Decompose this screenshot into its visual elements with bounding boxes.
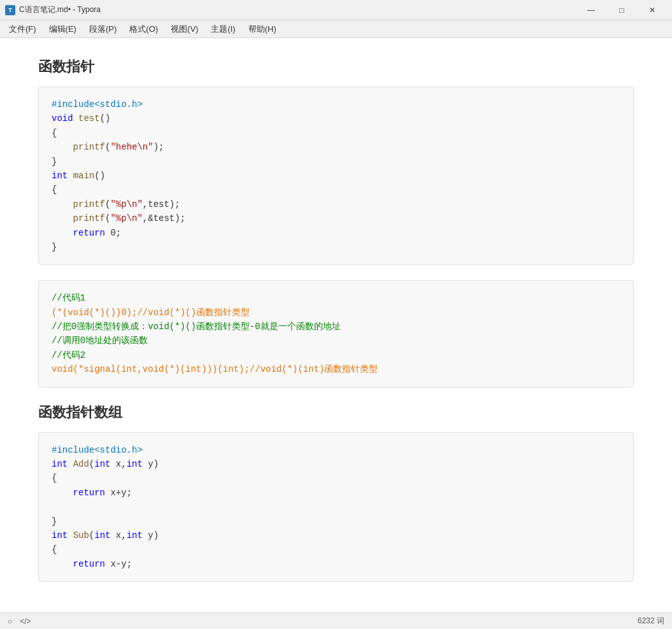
app-icon: T <box>5 5 15 15</box>
heading-function-pointer: 函数指针 <box>38 57 634 76</box>
spell-check-icon[interactable]: ○ <box>8 617 12 626</box>
content-area[interactable]: 函数指针 #include<stdio.h> void test() { pri… <box>0 38 672 612</box>
heading-function-pointer-array: 函数指针数组 <box>38 403 634 422</box>
code-block-2: //代码1 (*(void(*)())0);//void(*)()函数指针类型 … <box>38 280 634 387</box>
window-title: C语言笔记.md• - Typora <box>19 4 101 15</box>
code-view-icon[interactable]: </> <box>20 617 31 626</box>
minimize-button[interactable]: — <box>576 0 606 20</box>
menu-edit[interactable]: 编辑(E) <box>43 21 83 38</box>
maximize-button[interactable]: □ <box>607 0 636 20</box>
menu-bar: 文件(F) 编辑(E) 段落(P) 格式(O) 视图(V) 主题(I) 帮助(H… <box>0 20 672 38</box>
menu-theme[interactable]: 主题(I) <box>204 21 241 38</box>
title-bar-left: T C语言笔记.md• - Typora <box>5 4 101 15</box>
word-count: 6232 词 <box>638 616 664 626</box>
status-bar: ○ </> 6232 词 <box>0 612 672 629</box>
window-controls: — □ ✕ <box>576 0 667 20</box>
menu-format[interactable]: 格式(O) <box>123 21 164 38</box>
menu-help[interactable]: 帮助(H) <box>242 21 283 38</box>
code-block-3: #include<stdio.h> int Add(int x,int y) {… <box>38 432 634 583</box>
title-bar: T C语言笔记.md• - Typora — □ ✕ <box>0 0 672 20</box>
close-button[interactable]: ✕ <box>638 0 667 20</box>
status-left: ○ </> <box>8 617 31 626</box>
code-block-1: #include<stdio.h> void test() { printf("… <box>38 87 634 265</box>
menu-paragraph[interactable]: 段落(P) <box>83 21 123 38</box>
status-right: 6232 词 <box>638 616 664 626</box>
menu-view[interactable]: 视图(V) <box>164 21 204 38</box>
menu-file[interactable]: 文件(F) <box>3 21 43 38</box>
